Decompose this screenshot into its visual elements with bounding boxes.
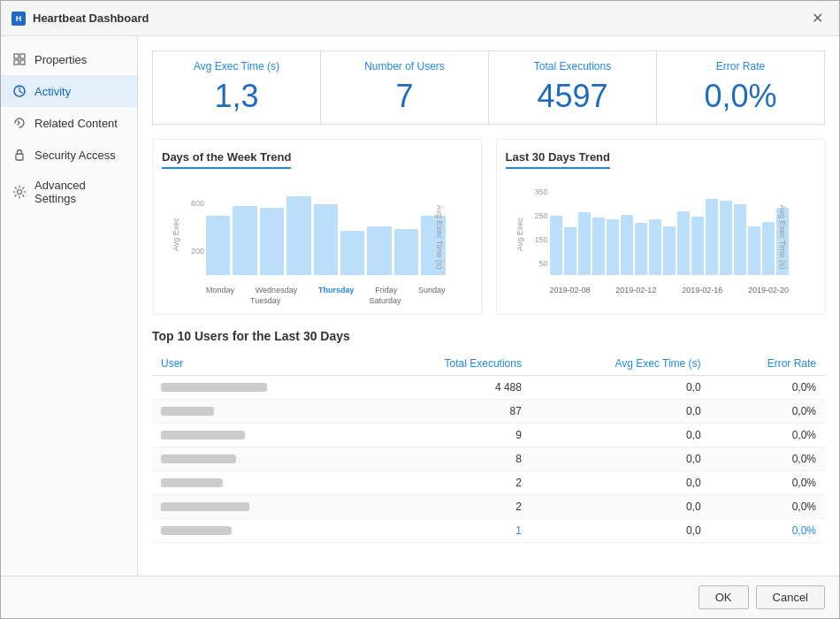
security-icon bbox=[11, 147, 27, 163]
user-executions: 2 bbox=[366, 471, 531, 495]
sidebar-item-security-access[interactable]: Security Access bbox=[1, 139, 137, 171]
bar bbox=[314, 204, 338, 275]
title-bar-left: H Heartbeat Dashboard bbox=[11, 11, 149, 26]
sidebar: Properties Activity bbox=[1, 36, 138, 576]
svg-point-6 bbox=[18, 190, 22, 195]
close-button[interactable]: ✕ bbox=[806, 8, 829, 28]
svg-rect-2 bbox=[14, 60, 19, 65]
user-name-blurred bbox=[161, 502, 249, 511]
sidebar-label-advanced-settings: Advanced Settings bbox=[34, 179, 126, 205]
bar bbox=[592, 218, 605, 275]
col-header-avg-exec: Avg Exec Time (s) bbox=[531, 352, 710, 376]
cancel-button[interactable]: Cancel bbox=[756, 585, 825, 609]
sidebar-label-security-access: Security Access bbox=[34, 149, 116, 162]
table-row: 4 4880,00,0% bbox=[152, 376, 825, 400]
table-row: 870,00,0% bbox=[152, 400, 825, 424]
user-executions: 4 488 bbox=[366, 376, 531, 400]
sidebar-item-activity[interactable]: Activity bbox=[1, 75, 137, 107]
table-header-row: User Total Executions Avg Exec Time (s) … bbox=[152, 352, 825, 376]
user-error-rate: 0,0% bbox=[710, 447, 825, 471]
bar bbox=[260, 208, 284, 275]
table-body: 4 4880,00,0%870,00,0%90,00,0%80,00,0%20,… bbox=[152, 376, 825, 543]
user-executions: 87 bbox=[366, 400, 531, 424]
user-executions: 9 bbox=[366, 424, 531, 447]
chart1-title: Days of the Week Trend bbox=[162, 149, 472, 176]
title-bar: H Heartbeat Dashboard ✕ bbox=[1, 1, 839, 36]
ok-button[interactable]: OK bbox=[699, 585, 749, 609]
stat-error-rate: Error Rate 0,0% bbox=[657, 51, 824, 124]
footer: OK Cancel bbox=[1, 576, 839, 618]
chart1-xaxis-row2: Tuesday Saturday bbox=[162, 296, 472, 305]
user-name-cell bbox=[152, 400, 366, 424]
bar bbox=[691, 217, 704, 275]
stat-num-users: Number of Users 7 bbox=[321, 51, 489, 124]
user-error-rate: 0,0% bbox=[710, 400, 825, 424]
bar bbox=[607, 219, 619, 275]
bar bbox=[621, 215, 633, 275]
table-row: 80,00,0% bbox=[152, 447, 825, 471]
chart1-yaxis-label: Avg Exec bbox=[172, 223, 180, 251]
sidebar-item-advanced-settings[interactable]: Advanced Settings bbox=[1, 171, 137, 213]
stat-label-avg-exec: Avg Exec Time (s) bbox=[165, 60, 308, 73]
user-name-cell bbox=[152, 519, 366, 543]
user-error-rate: 0,0% bbox=[710, 495, 825, 519]
bar bbox=[734, 204, 746, 275]
user-error-rate: 0,0% bbox=[710, 471, 825, 495]
user-name-cell bbox=[152, 495, 366, 519]
sidebar-item-related-content[interactable]: Related Content bbox=[1, 107, 137, 139]
stat-value-total-exec: 4597 bbox=[501, 78, 644, 115]
stat-value-avg-exec: 1,3 bbox=[165, 78, 308, 115]
activity-icon bbox=[11, 83, 27, 99]
bar bbox=[635, 223, 647, 275]
col-header-error-rate: Error Rate bbox=[710, 352, 825, 376]
table-title: Top 10 Users for the Last 30 Days bbox=[152, 329, 825, 343]
user-avg-exec: 0,0 bbox=[531, 495, 710, 519]
table-row: 20,00,0% bbox=[152, 471, 825, 495]
chart2-yaxis-label: Avg Exec bbox=[515, 223, 524, 251]
bar bbox=[286, 196, 310, 275]
user-name-cell bbox=[152, 424, 366, 447]
user-avg-exec: 0,0 bbox=[531, 376, 710, 400]
bar bbox=[762, 222, 775, 275]
bar bbox=[677, 211, 690, 275]
users-table: User Total Executions Avg Exec Time (s) … bbox=[152, 352, 825, 543]
user-name-cell bbox=[152, 447, 366, 471]
user-name-blurred bbox=[161, 383, 267, 392]
stat-label-total-exec: Total Executions bbox=[501, 60, 644, 73]
sidebar-label-related-content: Related Content bbox=[34, 117, 118, 130]
stat-label-error-rate: Error Rate bbox=[669, 60, 812, 73]
stat-label-num-users: Number of Users bbox=[333, 60, 476, 73]
user-avg-exec: 0,0 bbox=[531, 471, 710, 495]
user-error-rate: 0,0% bbox=[710, 376, 825, 400]
sidebar-label-properties: Properties bbox=[34, 53, 87, 66]
main-panel: Avg Exec Time (s) 1,3 Number of Users 7 … bbox=[138, 36, 839, 576]
user-error-rate: 0,0% bbox=[710, 519, 825, 543]
user-name-blurred bbox=[161, 431, 245, 439]
user-avg-exec: 0,0 bbox=[531, 519, 710, 543]
bar bbox=[206, 216, 230, 275]
sidebar-label-activity: Activity bbox=[34, 85, 71, 98]
chart1-yticks: 600 200 bbox=[187, 180, 204, 275]
user-name-blurred bbox=[161, 526, 232, 535]
table-row: 20,00,0% bbox=[152, 495, 825, 519]
bar bbox=[233, 206, 256, 275]
user-name-blurred bbox=[161, 407, 214, 416]
bar bbox=[340, 231, 364, 275]
chart2-right-yaxis: Avg Exec Time (s) bbox=[779, 205, 788, 270]
chart-days-of-week: Days of the Week Trend Avg Exec 600 200 bbox=[152, 139, 482, 315]
user-name-blurred bbox=[161, 455, 236, 463]
user-error-rate: 0,0% bbox=[710, 424, 825, 447]
chart1-bars bbox=[206, 180, 446, 275]
content-area: Properties Activity bbox=[1, 36, 839, 576]
user-avg-exec: 0,0 bbox=[531, 447, 710, 471]
chart1-xaxis: Monday Wednesday Thursday Friday Sunday bbox=[206, 286, 446, 294]
chart2-yticks: 350 250 150 50 bbox=[531, 180, 548, 275]
bar bbox=[720, 201, 732, 275]
table-row: 90,00,0% bbox=[152, 424, 825, 447]
related-content-icon bbox=[11, 115, 27, 131]
stat-value-error-rate: 0,0% bbox=[669, 78, 812, 115]
bar bbox=[748, 226, 760, 275]
user-executions: 1 bbox=[366, 519, 531, 543]
sidebar-item-properties[interactable]: Properties bbox=[1, 43, 137, 75]
user-name-blurred bbox=[161, 478, 223, 487]
